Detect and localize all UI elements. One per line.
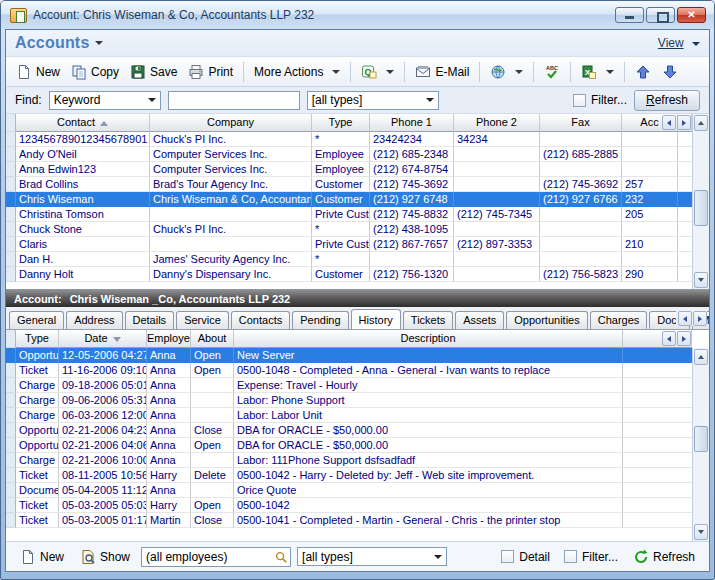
history-row[interactable]: Opportunity 02-21-2006 04:23 PM Anna Clo…: [6, 423, 692, 438]
history-row[interactable]: Ticket 05-03-2005 05:03 PM Harry Open 05…: [6, 498, 692, 513]
tab[interactable]: Charges: [590, 311, 648, 329]
row-selector[interactable]: [6, 237, 16, 252]
account-row[interactable]: Anna Edwin123 Computer Services Inc. Emp…: [6, 162, 692, 177]
account-row[interactable]: Christina Tomson Privte Custor (212) 745…: [6, 207, 692, 222]
scroll-left-button[interactable]: [662, 331, 676, 346]
tab[interactable]: Assets: [455, 311, 504, 329]
tab[interactable]: Service: [176, 311, 229, 329]
move-up-button[interactable]: [630, 61, 656, 83]
account-row[interactable]: Claris Privte Custor (212) 867-7657 (212…: [6, 237, 692, 252]
export-button[interactable]: X: [576, 61, 619, 83]
row-selector[interactable]: [6, 468, 16, 483]
row-selector[interactable]: [6, 483, 16, 498]
module-title[interactable]: Accounts: [15, 34, 90, 52]
copy-button[interactable]: Copy: [66, 61, 124, 83]
row-selector[interactable]: [6, 498, 16, 513]
scroll-right-button[interactable]: [677, 331, 691, 346]
scroll-down-button[interactable]: [694, 272, 708, 288]
history-row[interactable]: Ticket 08-11-2005 10:56 AM Harry Delete …: [6, 468, 692, 483]
find-input[interactable]: [168, 91, 300, 110]
tab[interactable]: History: [351, 309, 401, 330]
scrollbar-track[interactable]: [693, 366, 709, 523]
accounts-vertical-scrollbar[interactable]: [692, 114, 709, 289]
column-header-employee[interactable]: Employee: [147, 330, 191, 348]
title-bar[interactable]: Account: Chris Wiseman & Co, Accountants…: [1, 1, 714, 29]
row-selector[interactable]: [6, 192, 16, 207]
scrollbar-track[interactable]: [693, 132, 709, 271]
history-refresh-button[interactable]: Refresh: [628, 546, 700, 568]
history-row[interactable]: Charge 09-18-2006 05:01 AM Anna Expense:…: [6, 378, 692, 393]
row-selector[interactable]: [6, 513, 16, 528]
scroll-up-button[interactable]: [694, 349, 708, 365]
account-row[interactable]: Danny Holt Danny's Dispensary Inc. Custo…: [6, 267, 692, 282]
account-row[interactable]: Andy O'Neil Computer Services Inc. Emplo…: [6, 147, 692, 162]
employee-filter-input[interactable]: (all employees): [141, 547, 291, 567]
row-selector[interactable]: [6, 207, 16, 222]
row-selector[interactable]: [6, 453, 16, 468]
history-new-button[interactable]: New: [15, 546, 69, 568]
row-selector[interactable]: [6, 393, 16, 408]
history-show-button[interactable]: Show: [75, 546, 135, 568]
email-button[interactable]: E-Mail: [410, 61, 474, 83]
history-row[interactable]: Charge 02-21-2006 10:00 AM Anna Labor: 1…: [6, 453, 692, 468]
magnifier-icon[interactable]: [274, 550, 288, 564]
tab[interactable]: Opportunities: [506, 311, 587, 329]
new-button[interactable]: New: [11, 61, 65, 83]
account-row[interactable]: Chris Wiseman Chris Wiseman & Co, Accoun…: [6, 192, 692, 207]
restore-button[interactable]: [646, 7, 675, 23]
filter-checkbox[interactable]: [573, 94, 586, 107]
history-filter-checkbox[interactable]: [564, 550, 577, 563]
row-selector[interactable]: [6, 378, 16, 393]
tabs-scroll-left-button[interactable]: [678, 311, 692, 326]
column-header-type[interactable]: Type: [312, 114, 370, 132]
view-menu[interactable]: View: [658, 36, 700, 50]
detail-checkbox[interactable]: [501, 550, 514, 563]
chevron-down-icon[interactable]: [95, 41, 103, 45]
column-header-phone1[interactable]: Phone 1: [370, 114, 454, 132]
tab[interactable]: Pending: [292, 311, 348, 329]
column-header-fax[interactable]: Fax: [540, 114, 622, 132]
column-header-phone2[interactable]: Phone 2: [454, 114, 540, 132]
account-row[interactable]: Chuck Stone Chuck's PI Inc. * (212) 438-…: [6, 222, 692, 237]
row-selector[interactable]: [6, 348, 16, 363]
scrollbar-thumb[interactable]: [694, 426, 708, 452]
column-header-type[interactable]: Type: [16, 330, 59, 348]
row-selector[interactable]: [6, 222, 16, 237]
quickbooks-button[interactable]: Q: [356, 61, 399, 83]
close-button[interactable]: [677, 7, 706, 23]
history-row[interactable]: Document 05-04-2005 11:12 AM Anna Orice …: [6, 483, 692, 498]
column-header-about[interactable]: About: [191, 330, 234, 348]
history-row[interactable]: Ticket 05-03-2005 01:17 PM Martin Close …: [6, 513, 692, 528]
web-button[interactable]: [485, 61, 528, 83]
history-row[interactable]: Opportunity 02-21-2006 04:06 PM Anna Ope…: [6, 438, 692, 453]
refresh-button[interactable]: Refresh: [634, 90, 700, 111]
row-selector[interactable]: [6, 177, 16, 192]
find-type-select[interactable]: [all types]: [307, 91, 439, 110]
account-row[interactable]: 123456789012345678901 Chuck's PI Inc. * …: [6, 132, 692, 147]
scrollbar-thumb[interactable]: [694, 190, 708, 226]
account-row[interactable]: Brad Collins Brad's Tour Agency Inc. Cus…: [6, 177, 692, 192]
minimize-button[interactable]: [615, 7, 644, 23]
row-selector[interactable]: [6, 438, 16, 453]
history-type-select[interactable]: [all types]: [297, 547, 447, 566]
history-row[interactable]: Charge 09-06-2006 05:31 AM Anna Labor: P…: [6, 393, 692, 408]
history-row[interactable]: Charge 06-03-2006 12:00 PM Anna Labor: L…: [6, 408, 692, 423]
history-row[interactable]: Opportunity 12-05-2006 04:27 PM Anna Ope…: [6, 348, 692, 363]
scroll-right-button[interactable]: [677, 115, 691, 130]
find-field-select[interactable]: Keyword: [49, 91, 161, 110]
column-header-contact[interactable]: Contact: [16, 114, 150, 132]
row-selector[interactable]: [6, 162, 16, 177]
scroll-left-button[interactable]: [662, 115, 676, 130]
row-selector[interactable]: [6, 252, 16, 267]
row-selector[interactable]: [6, 132, 16, 147]
account-row[interactable]: Dan H. James' Security Agency Inc. *: [6, 252, 692, 267]
scroll-up-button[interactable]: [694, 115, 708, 131]
column-header-description[interactable]: Description: [234, 330, 623, 348]
tab[interactable]: Details: [125, 311, 175, 329]
print-button[interactable]: Print: [183, 61, 238, 83]
spellcheck-button[interactable]: ABC: [539, 61, 565, 83]
row-selector[interactable]: [6, 423, 16, 438]
history-row[interactable]: Ticket 11-16-2006 09:10 PM Anna Open 050…: [6, 363, 692, 378]
scroll-down-button[interactable]: [694, 524, 708, 540]
more-actions-button[interactable]: More Actions: [249, 62, 345, 82]
